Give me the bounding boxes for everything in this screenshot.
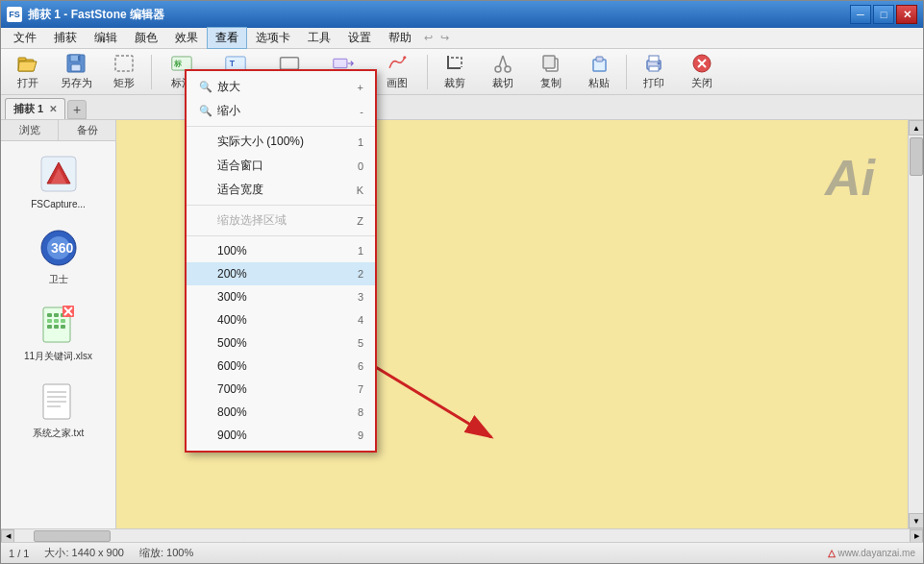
paste-icon (588, 53, 610, 74)
pct100-item[interactable]: 100% 1 (187, 239, 375, 262)
draw-button[interactable]: 画图 (371, 51, 423, 93)
sidebar-tab-backup[interactable]: 备份 (59, 120, 115, 140)
zoom-in-item[interactable]: 🔍 放大 + (187, 75, 375, 99)
menu-file[interactable]: 文件 (5, 27, 45, 49)
sidebar-item-fscapture[interactable]: FSCapture... (5, 147, 112, 213)
hscroll-right-button[interactable]: ▶ (910, 529, 923, 543)
size-label: 大小: 1440 x 900 (44, 546, 124, 560)
menu-capture[interactable]: 捕获 (45, 27, 86, 49)
pct400-item[interactable]: 400% 4 (187, 308, 375, 331)
cut-icon (492, 53, 513, 74)
horizontal-scrollbar[interactable]: ◀ ▶ (1, 528, 923, 542)
svg-rect-12 (334, 59, 347, 67)
menu-color[interactable]: 颜色 (126, 27, 166, 49)
svg-rect-39 (61, 319, 65, 323)
sidebar-item-txt[interactable]: 系统之家.txt (5, 375, 112, 444)
svg-rect-5 (78, 56, 80, 61)
scroll-track[interactable] (909, 135, 923, 513)
maximize-button[interactable]: □ (873, 5, 894, 24)
svg-rect-9 (226, 57, 245, 70)
toolbar-sep-2 (427, 55, 428, 89)
guard-icon: 360 (36, 225, 82, 271)
svg-text:360: 360 (51, 240, 74, 256)
copy-button[interactable]: 复制 (528, 51, 574, 93)
pct800-item[interactable]: 800% 8 (187, 401, 375, 424)
menu-effect[interactable]: 效果 (166, 27, 207, 49)
svg-rect-6 (115, 56, 133, 71)
menu-edit[interactable]: 编辑 (86, 27, 126, 49)
fit-window-item[interactable]: 适合窗口 0 (187, 154, 375, 178)
scroll-thumb[interactable] (910, 137, 923, 176)
close-button[interactable]: 关闭 (679, 51, 725, 93)
print-button[interactable]: 打印 (631, 51, 677, 93)
svg-rect-4 (71, 64, 81, 71)
save-as-button[interactable]: 另存为 (53, 51, 99, 93)
svg-rect-37 (47, 319, 52, 323)
svg-point-15 (505, 66, 511, 72)
menu-view[interactable]: 查看 (207, 27, 247, 49)
redo-button[interactable]: ↪ (437, 30, 453, 46)
hscroll-left-button[interactable]: ◀ (1, 529, 14, 543)
pct700-item[interactable]: 700% 7 (187, 378, 375, 401)
svg-rect-22 (649, 66, 659, 71)
paste-button[interactable]: 粘贴 (576, 51, 622, 93)
copy-icon (540, 53, 562, 74)
scroll-up-button[interactable]: ▲ (909, 120, 923, 135)
rect-button[interactable]: 矩形 (101, 51, 147, 93)
svg-rect-21 (649, 56, 659, 61)
toolbar-sep-3 (626, 55, 627, 89)
tab-add-button[interactable]: + (67, 100, 87, 119)
sidebar: 浏览 备份 FSCapture... (1, 120, 116, 528)
page-indicator: 1 / 1 (9, 548, 29, 559)
svg-rect-42 (61, 325, 65, 329)
statusbar: 1 / 1 大小: 1440 x 900 缩放: 100% △ www.daya… (1, 542, 923, 563)
cut-button[interactable]: 裁切 (480, 51, 526, 93)
zoom-out-icon: 🔍 (198, 104, 213, 119)
svg-point-14 (495, 66, 501, 72)
svg-rect-40 (47, 325, 52, 329)
scroll-down-button[interactable]: ▼ (909, 513, 923, 528)
pct200-item[interactable]: 200% 2 (187, 262, 375, 285)
pct900-item[interactable]: 900% 9 (187, 424, 375, 447)
guard-label: 卫士 (49, 273, 68, 286)
tab-close-button[interactable]: ✕ (49, 104, 57, 114)
print-icon (643, 53, 664, 74)
main-area: 浏览 备份 FSCapture... (1, 120, 923, 528)
fit-width-item[interactable]: 适合宽度 K (187, 178, 375, 202)
toolbar-sep-1 (151, 55, 152, 89)
menu-tools[interactable]: 工具 (299, 27, 339, 49)
undo-button[interactable]: ↩ (420, 30, 437, 46)
tab-capture1[interactable]: 捕获 1 ✕ (5, 98, 65, 119)
excel-icon (36, 302, 82, 348)
sidebar-item-excel[interactable]: 11月关键词.xlsx (5, 298, 112, 367)
vertical-scrollbar[interactable]: ▲ ▼ (908, 120, 923, 528)
save-as-icon (65, 53, 87, 74)
crop-button[interactable]: 裁剪 (432, 51, 478, 93)
titlebar-icon: FS (7, 7, 22, 22)
txt-label: 系统之家.txt (33, 427, 84, 440)
open-button[interactable]: 打开 (5, 51, 51, 93)
menu-options[interactable]: 选项卡 (247, 27, 299, 49)
pct300-item[interactable]: 300% 3 (187, 285, 375, 308)
close-icon (691, 53, 712, 74)
menubar: 文件 捕获 编辑 颜色 效果 查看 选项卡 工具 设置 帮助 ↩ ↪ (1, 28, 923, 49)
menu-settings[interactable]: 设置 (339, 27, 380, 49)
hscroll-thumb[interactable] (34, 530, 111, 542)
svg-rect-1 (18, 58, 26, 61)
hscroll-track[interactable] (14, 529, 910, 542)
svg-rect-17 (543, 56, 555, 68)
zoom-out-item[interactable]: 🔍 缩小 - (187, 99, 375, 123)
menu-help[interactable]: 帮助 (380, 27, 420, 49)
pct500-item[interactable]: 500% 5 (187, 331, 375, 355)
open-icon (17, 53, 38, 74)
svg-point-23 (658, 62, 661, 65)
main-window: FS 捕获 1 - FastStone 编辑器 ─ □ ✕ 文件 捕获 编辑 颜… (0, 0, 924, 564)
minimize-button[interactable]: ─ (850, 5, 871, 24)
pct600-item[interactable]: 600% 6 (187, 355, 375, 378)
sidebar-tab-browse[interactable]: 浏览 (1, 120, 59, 140)
actual-size-item[interactable]: 实际大小 (100%) 1 (187, 130, 375, 154)
close-window-button[interactable]: ✕ (896, 5, 917, 24)
titlebar-title: 捕获 1 - FastStone 编辑器 (28, 7, 850, 23)
svg-text:标: 标 (173, 60, 183, 68)
sidebar-item-guard[interactable]: 360 卫士 (5, 221, 112, 290)
